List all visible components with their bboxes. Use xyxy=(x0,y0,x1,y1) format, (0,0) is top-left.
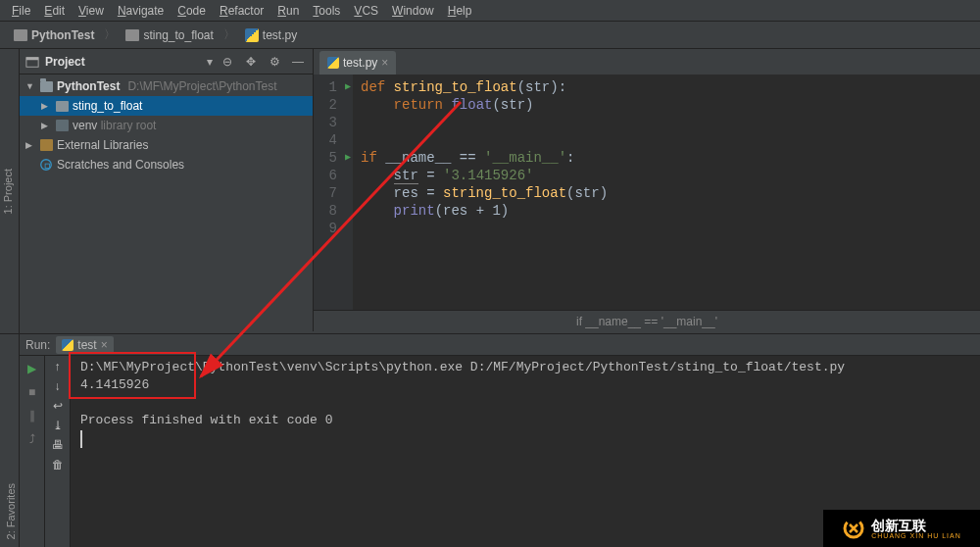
project-panel-title: Project xyxy=(45,55,201,69)
locate-icon[interactable]: ✥ xyxy=(242,53,260,71)
python-file-icon xyxy=(327,57,339,69)
tab-label: test.py xyxy=(343,56,377,70)
tree-venv-label: venv library root xyxy=(73,119,156,132)
editor-breadcrumb-bottom[interactable]: if __name__ == '__main__' xyxy=(314,310,980,331)
tree-folder-selected[interactable]: ▶ sting_to_float xyxy=(20,96,313,116)
project-panel-header: Project ▾ ⊖ ✥ ⚙ — xyxy=(20,49,313,75)
output-line: 4.1415926 xyxy=(80,377,970,395)
collapse-all-icon[interactable]: ⊖ xyxy=(219,53,236,71)
pause-icon[interactable]: ∥ xyxy=(24,407,41,424)
line-number: 1▶ xyxy=(314,78,353,96)
soft-wrap-icon[interactable]: ↩ xyxy=(53,399,63,413)
line-number: 8 xyxy=(314,202,353,220)
hide-panel-icon[interactable]: — xyxy=(289,53,307,71)
up-icon[interactable]: ↑ xyxy=(55,360,61,373)
folder-icon xyxy=(14,29,27,41)
output-line: Process finished with exit code 0 xyxy=(80,413,970,430)
favorites-tool-tab[interactable]: 2: Favorites xyxy=(0,475,19,547)
line-number: 7 xyxy=(314,184,353,202)
output-line xyxy=(80,430,970,448)
tree-folder-label: sting_to_float xyxy=(73,99,142,113)
tree-root[interactable]: ▼ PythonTest D:\MF\MyProject\PythonTest xyxy=(20,76,313,96)
editor-area: test.py × 1▶ 2 3 4 5▶ 6 7 8 9 def string… xyxy=(314,49,980,331)
breadcrumb-file-label: test.py xyxy=(263,28,297,42)
down-icon[interactable]: ↓ xyxy=(55,379,61,393)
line-number: 2 xyxy=(314,96,353,114)
tree-arrow-icon[interactable]: ▶ xyxy=(41,101,51,111)
tree-root-label: PythonTest xyxy=(57,79,120,93)
editor-tabs: test.py × xyxy=(314,49,980,75)
scratches-icon xyxy=(39,158,53,172)
folder-icon xyxy=(39,79,53,93)
project-panel-icon xyxy=(25,55,39,69)
watermark-logo: 创新互联 CHUANG XIN HU LIAN xyxy=(823,510,980,547)
stop-icon[interactable]: ■ xyxy=(24,383,41,401)
menu-refactor[interactable]: Refactor xyxy=(214,2,270,20)
svg-rect-1 xyxy=(26,57,38,60)
python-file-icon xyxy=(245,28,259,42)
menu-navigate[interactable]: Navigate xyxy=(112,2,170,20)
tree-arrow-icon[interactable]: ▼ xyxy=(25,81,35,91)
breadcrumb-file[interactable]: test.py xyxy=(239,26,303,44)
run-gutter-icon[interactable]: ▶ xyxy=(345,78,351,96)
menu-help[interactable]: Help xyxy=(442,2,478,20)
logo-text: 创新互联 CHUANG XIN HU LIAN xyxy=(871,519,961,539)
code-content[interactable]: def string_to_float(str): return float(s… xyxy=(353,75,980,310)
menu-edit[interactable]: Edit xyxy=(38,2,71,20)
menu-tools[interactable]: Tools xyxy=(307,2,346,20)
breadcrumb-folder[interactable]: sting_to_float xyxy=(120,26,219,44)
breadcrumb: PythonTest 〉 sting_to_float 〉 test.py xyxy=(8,26,303,44)
logo-icon xyxy=(842,517,865,540)
rerun-icon[interactable]: ▶ xyxy=(24,360,41,377)
output-line xyxy=(80,395,970,413)
tree-external-libs[interactable]: ▶ External Libraries xyxy=(20,135,313,155)
run-gutter-icon[interactable]: ▶ xyxy=(345,149,351,167)
breadcrumb-project-label: PythonTest xyxy=(31,28,94,42)
menu-file[interactable]: File xyxy=(6,2,36,20)
main-menubar: FileEditViewNavigateCodeRefactorRunTools… xyxy=(0,0,980,22)
folder-icon xyxy=(125,29,139,41)
exit-icon[interactable]: ⤴ xyxy=(24,430,41,448)
output-line: D:\MF\MyProject\PythonTest\venv\Scripts\… xyxy=(80,360,970,377)
tree-scratches-label: Scratches and Consoles xyxy=(57,158,184,172)
project-tool-tab[interactable]: 1: Project xyxy=(0,161,16,222)
library-icon xyxy=(39,138,53,152)
run-output-toolbar: ↑ ↓ ↩ ⤓ 🖶 🗑 xyxy=(45,334,71,547)
menu-view[interactable]: View xyxy=(73,2,110,20)
breadcrumb-folder-label: sting_to_float xyxy=(143,28,213,42)
left-tool-rail-bottom: 2: Favorites xyxy=(0,334,20,547)
svg-rect-3 xyxy=(45,164,49,168)
left-tool-rail: 1: Project xyxy=(0,49,20,333)
tree-venv[interactable]: ▶ venv library root xyxy=(20,116,313,135)
menu-run[interactable]: Run xyxy=(271,2,305,20)
code-editor[interactable]: 1▶ 2 3 4 5▶ 6 7 8 9 def string_to_float(… xyxy=(314,75,980,310)
breadcrumb-toolbar: PythonTest 〉 sting_to_float 〉 test.py xyxy=(0,22,980,49)
main-row: Project ▾ ⊖ ✥ ⚙ — ▼ PythonTest D:\MF\MyP… xyxy=(20,49,980,331)
print-icon[interactable]: 🖶 xyxy=(52,438,64,452)
scroll-to-end-icon[interactable]: ⤓ xyxy=(53,419,63,432)
menu-vcs[interactable]: VCS xyxy=(348,2,384,20)
menu-code[interactable]: Code xyxy=(172,2,212,20)
project-tree[interactable]: ▼ PythonTest D:\MF\MyProject\PythonTest … xyxy=(20,75,313,331)
chevron-right-icon: 〉 xyxy=(223,26,235,43)
tree-arrow-icon[interactable]: ▶ xyxy=(41,121,51,130)
line-number: 5▶ xyxy=(314,149,353,167)
line-number: 3 xyxy=(314,114,353,131)
annotation-box xyxy=(69,352,196,399)
dropdown-icon[interactable]: ▾ xyxy=(207,55,213,69)
tree-arrow-icon[interactable]: ▶ xyxy=(25,140,35,150)
line-number: 4 xyxy=(314,131,353,149)
run-action-toolbar: ▶ ■ ∥ ⤴ xyxy=(20,334,45,547)
tree-scratches[interactable]: ▶ Scratches and Consoles xyxy=(20,155,313,174)
clear-icon[interactable]: 🗑 xyxy=(52,458,64,472)
run-header-label: Run: xyxy=(25,338,50,352)
close-tab-icon[interactable]: × xyxy=(381,56,388,70)
line-number: 9 xyxy=(314,220,353,237)
menu-window[interactable]: Window xyxy=(386,2,440,20)
gear-icon[interactable]: ⚙ xyxy=(266,53,283,71)
breadcrumb-project[interactable]: PythonTest xyxy=(8,26,100,44)
editor-tab-test[interactable]: test.py × xyxy=(319,51,396,75)
line-number: 6 xyxy=(314,167,353,184)
folder-icon xyxy=(55,99,69,113)
project-panel: Project ▾ ⊖ ✥ ⚙ — ▼ PythonTest D:\MF\MyP… xyxy=(20,49,314,331)
